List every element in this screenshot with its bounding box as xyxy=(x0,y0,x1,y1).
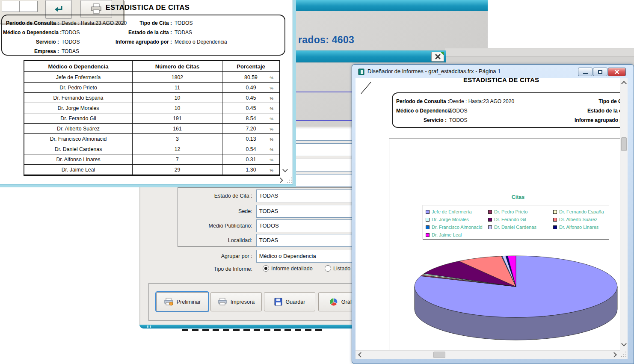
close-icon xyxy=(614,69,619,74)
designer-page: ESTADISTICA DE CITAS Período de Consulta… xyxy=(356,78,620,350)
chart-area-box xyxy=(389,139,620,350)
legend-swatch xyxy=(426,210,430,214)
clipped-text-fragment xyxy=(182,329,325,331)
legend-item: Dr. Francisco Almonacid xyxy=(426,225,488,230)
radio-informe-detallado[interactable] xyxy=(263,265,269,272)
maximize-button[interactable] xyxy=(593,68,607,76)
background-window-fragment xyxy=(445,48,634,65)
save-icon xyxy=(274,298,282,306)
resize-grip[interactable] xyxy=(621,356,622,357)
preview-page: ESTADISTICA DE CITAS Período de Consulta… xyxy=(0,0,293,184)
records-found-label: rados: 4603 xyxy=(298,34,354,46)
report-params-box: Período de Consulta :Desde : Hasta:23 AG… xyxy=(1,15,285,56)
legend-item: Dr. Alberto Suárez xyxy=(553,217,609,222)
legend-item: Dr. Daniel Cardenas xyxy=(488,225,553,230)
legend-item: Dr. Jaime Leal xyxy=(426,232,488,237)
report-params-box: Período de Consulta :Desde : Hasta:23 AG… xyxy=(392,92,620,128)
tipo-informe-label: Tipo de Informe: xyxy=(179,266,252,272)
minimize-icon xyxy=(583,73,588,74)
legend-swatch xyxy=(426,225,430,229)
scroll-down-arrow[interactable] xyxy=(282,167,288,172)
print-preview-icon xyxy=(164,298,173,306)
scroll-left-arrow[interactable] xyxy=(358,352,364,358)
legend-item: Dr. Pedro Prieto xyxy=(488,209,553,214)
printer-icon xyxy=(218,298,227,306)
legend-swatch xyxy=(553,225,557,229)
legend-swatch xyxy=(488,225,492,229)
scrollbar-corner xyxy=(620,350,628,359)
resize-grip[interactable] xyxy=(287,182,288,183)
report-table: Médico o DependenciaNúmero de CitasPorce… xyxy=(24,60,280,176)
legend-swatch xyxy=(426,218,430,222)
vertical-scrollbar[interactable] xyxy=(620,78,628,350)
close-button[interactable] xyxy=(608,68,626,76)
designer-window: Diseñador de informes - graf_estadcitas.… xyxy=(352,64,634,364)
legend-swatch xyxy=(488,218,492,222)
scroll-down-arrow[interactable] xyxy=(621,341,627,346)
legend-swatch xyxy=(553,210,557,214)
agrupar-label: Agrupar por : xyxy=(179,253,252,259)
scroll-right-arrow[interactable] xyxy=(611,352,617,358)
vertical-scroll-thumb[interactable] xyxy=(621,137,627,151)
scroll-up-arrow[interactable] xyxy=(621,81,627,86)
report-title: ESTADISTICA DE CITAS xyxy=(9,3,287,12)
legend-item: Dr. Fernando España xyxy=(553,209,609,214)
minimize-button[interactable] xyxy=(578,68,593,76)
chart-title: Citas xyxy=(484,194,552,200)
close-icon xyxy=(435,54,441,59)
report-icon xyxy=(358,68,365,75)
legend-item: Jefe de Enfermería xyxy=(426,209,488,214)
impresora-button[interactable]: Impresora xyxy=(210,292,262,311)
scroll-right-arrow[interactable] xyxy=(278,178,283,183)
legend-item: Dr. Ferando Gil xyxy=(488,217,553,222)
horizontal-scrollbar[interactable] xyxy=(356,350,620,359)
legend-item: Dr. Alfonso Linares xyxy=(553,225,609,230)
preliminar-button[interactable]: Preliminar xyxy=(156,292,208,311)
legend-swatch xyxy=(426,233,430,237)
designer-window-title: Diseñador de informes - graf_estadcitas.… xyxy=(367,68,573,74)
print-preview-window: ESTADISTICA DE CITAS Período de Consulta… xyxy=(0,0,296,187)
horizontal-scroll-thumb[interactable] xyxy=(433,352,445,358)
chart-icon xyxy=(329,298,338,306)
report-title-clipped: ESTADISTICA DE CITAS xyxy=(463,78,575,83)
radio-listado[interactable] xyxy=(325,265,331,272)
legend-item: Dr. Jorge Morales xyxy=(426,217,488,222)
radio-listado-label: Listado xyxy=(333,266,350,272)
guardar-button[interactable]: Guardar xyxy=(264,292,315,311)
maximize-icon xyxy=(598,70,602,74)
chart-legend: Jefe de EnfermeríaDr. Pedro PrietoDr. Fe… xyxy=(423,205,609,240)
legend-swatch xyxy=(488,210,492,214)
screen: rados: 4603 Estado de Cita :TODASSede:TO… xyxy=(0,0,634,364)
radio-informe-detallado-label: Informe detallado xyxy=(271,266,313,272)
close-button[interactable] xyxy=(431,52,444,62)
legend-swatch xyxy=(553,218,557,222)
